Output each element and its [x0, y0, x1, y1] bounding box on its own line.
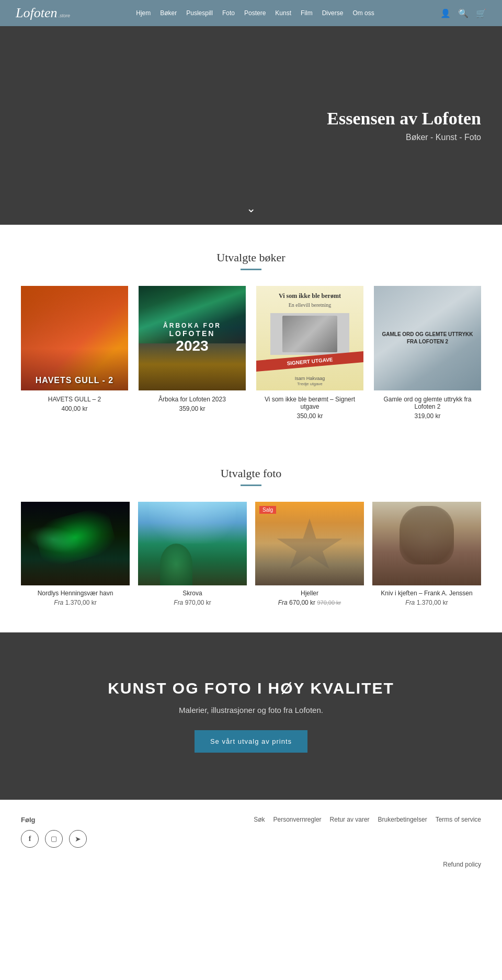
- photo-section: Utvalgte foto Nordlys Henningsvær havn F…: [0, 446, 502, 632]
- search-icon[interactable]: 🔍: [458, 8, 469, 18]
- hero-scroll-arrow[interactable]: ⌄: [246, 202, 256, 215]
- book-arboka-line1: ÅRBOKA FOR: [163, 322, 221, 329]
- photo-grid: Nordlys Henningsvær havn Fra 1.370,00 kr…: [21, 502, 481, 606]
- price-value-skrova: 970,00 kr: [185, 599, 211, 606]
- photo-img-skrova: [138, 502, 247, 585]
- logo-sup: .store: [58, 13, 70, 18]
- social-telegram-icon[interactable]: ➤: [69, 830, 87, 848]
- footer-top: Følg f ▢ ➤ Søk Personvernregler Retur av…: [21, 816, 481, 848]
- book-cover-havets: HAVETS GULL - 2: [21, 286, 128, 390]
- photo-name-kniv: Kniv i kjeﬅen – Frank A. Jenssen: [372, 590, 481, 597]
- book-name-gamle: Gamle ord og glemte uttrykk fra Lofoten …: [374, 396, 481, 410]
- books-grid: HAVETS GULL - 2 HAVETS GULL – 2 400,00 k…: [21, 286, 481, 420]
- book-cover-gamle: GAMLE ORD OG GLEMTE UTTRYKK FRA LOFOTEN …: [374, 286, 481, 390]
- visom-sub: En ellevill beretning: [289, 302, 332, 308]
- footer-link-sok[interactable]: Søk: [254, 816, 265, 823]
- hero-section: Essensen av Lofoten Bøker - Kunst - Foto…: [0, 26, 502, 225]
- price-value-kniv: 1.370,00 kr: [417, 599, 448, 606]
- photo-price-nordlys: Fra 1.370,00 kr: [21, 599, 130, 606]
- footer-social-icons: f ▢ ➤: [21, 830, 87, 848]
- footer-link-refund[interactable]: Refund policy: [443, 861, 481, 868]
- footer-bottom: Refund policy: [21, 856, 481, 869]
- site-header: Lofoten .store Hjem Bøker Puslespill Fot…: [0, 0, 502, 26]
- book-card-gamle[interactable]: GAMLE ORD OG GLEMTE UTTRYKK FRA LOFOTEN …: [374, 286, 481, 420]
- header-icons: 👤 🔍 🛒: [440, 8, 486, 18]
- hero-subtitle: Bøker - Kunst - Foto: [406, 133, 481, 142]
- book-name-visom: Vi som ikke ble berømt – Signert utgave: [256, 396, 363, 410]
- books-section-title: Utvalgte bøker: [21, 251, 481, 264]
- photo-img-nordlys: [21, 502, 130, 585]
- gamle-cover-title: GAMLE ORD OG GLEMTE UTTRYKK FRA LOFOTEN …: [379, 331, 476, 345]
- price-sale-hjeller: 670,00 kr: [289, 599, 315, 606]
- social-facebook-icon[interactable]: f: [21, 830, 39, 848]
- photo-name-nordlys: Nordlys Henningsvær havn: [21, 590, 130, 597]
- photo-card-kniv[interactable]: Kniv i kjeﬅen – Frank A. Jenssen Fra 1.3…: [372, 502, 481, 606]
- photo-price-kniv: Fra 1.370,00 kr: [372, 599, 481, 606]
- photo-price-hjeller: Fra 670,00 kr 970,00 kr: [255, 599, 364, 606]
- visom-title: Vi som ikke ble berømt: [279, 292, 341, 300]
- price-value-nordlys: 1.370,00 kr: [65, 599, 97, 606]
- photo-card-skrova[interactable]: Skrova Fra 970,00 kr: [138, 502, 247, 606]
- book-card-arboka[interactable]: ÅRBOKA FOR LOFOTEN 2023 Årboka for Lofot…: [139, 286, 246, 420]
- footer-follow-section: Følg f ▢ ➤: [21, 816, 87, 848]
- site-footer: Følg f ▢ ➤ Søk Personvernregler Retur av…: [0, 800, 502, 879]
- nav-diverse[interactable]: Diverse: [322, 9, 344, 17]
- book-name-arboka: Årboka for Lofoten 2023: [139, 396, 246, 403]
- book-cover-arboka: ÅRBOKA FOR LOFOTEN 2023: [139, 286, 246, 390]
- photo-img-hjeller: Salg: [255, 502, 364, 585]
- book-cover-visom: Vi som ikke ble berømt En ellevill beret…: [256, 286, 363, 390]
- book-price-visom: 350,00 kr: [256, 412, 363, 420]
- book-price-arboka: 359,00 kr: [139, 405, 246, 412]
- books-section-underline: [241, 269, 261, 270]
- book-arboka-line2: LOFOTEN: [163, 329, 221, 338]
- photo-price-skrova: Fra 970,00 kr: [138, 599, 247, 606]
- photo-name-hjeller: Hjeller: [255, 590, 364, 597]
- footer-follow-label: Følg: [21, 816, 87, 824]
- cta-section: KUNST OG FOTO I HØY KVALITET Malerier, i…: [0, 632, 502, 800]
- cta-button[interactable]: Se vårt utvalg av prints: [195, 730, 307, 753]
- photo-img-kniv: [372, 502, 481, 585]
- cta-description: Malerier, illustrasjoner og foto fra Lof…: [21, 706, 481, 714]
- cart-icon[interactable]: 🛒: [476, 8, 486, 18]
- footer-link-retur[interactable]: Retur av varer: [330, 816, 370, 823]
- nav-puslespill[interactable]: Puslespill: [186, 9, 213, 17]
- footer-link-terms[interactable]: Terms of service: [436, 816, 481, 823]
- nav-boker[interactable]: Bøker: [160, 9, 177, 17]
- book-price-gamle: 319,00 kr: [374, 412, 481, 420]
- photo-section-underline: [241, 485, 261, 486]
- social-instagram-icon[interactable]: ▢: [45, 830, 63, 848]
- nav-film[interactable]: Film: [301, 9, 313, 17]
- logo[interactable]: Lofoten .store: [16, 5, 70, 21]
- photo-card-nordlys[interactable]: Nordlys Henningsvær havn Fra 1.370,00 kr: [21, 502, 130, 606]
- price-original-hjeller: 970,00 kr: [317, 599, 341, 606]
- footer-links-section: Søk Personvernregler Retur av varer Bruk…: [254, 816, 481, 823]
- book-havets-title: HAVETS GULL - 2: [36, 376, 114, 385]
- main-nav: Hjem Bøker Puslespill Foto Postere Kunst…: [136, 9, 374, 17]
- visom-edition: Tredje utgave: [297, 382, 323, 386]
- nav-omoss[interactable]: Om oss: [352, 9, 374, 17]
- photo-name-skrova: Skrova: [138, 590, 247, 597]
- book-price-havets: 400,00 kr: [21, 405, 128, 412]
- footer-link-brukerbetingelser[interactable]: Brukerbetingelser: [378, 816, 427, 823]
- logo-text: Lofoten: [16, 5, 57, 21]
- nav-foto[interactable]: Foto: [222, 9, 235, 17]
- photo-section-title: Utvalgte foto: [21, 467, 481, 480]
- footer-link-personvern[interactable]: Personvernregler: [273, 816, 322, 823]
- photo-card-hjeller[interactable]: Salg Hjeller Fra 670,00 kr 970,00 kr: [255, 502, 364, 606]
- nav-hjem[interactable]: Hjem: [136, 9, 151, 17]
- sale-badge-hjeller: Salg: [259, 506, 276, 514]
- nav-postere[interactable]: Postere: [244, 9, 266, 17]
- cta-title: KUNST OG FOTO I HØY KVALITET: [21, 679, 481, 697]
- visom-author: Isam Hakvaag: [295, 376, 325, 381]
- nav-kunst[interactable]: Kunst: [275, 9, 291, 17]
- books-section: Utvalgte bøker HAVETS GULL - 2 HAVETS GU…: [0, 225, 502, 446]
- account-icon[interactable]: 👤: [440, 8, 451, 18]
- hero-title: Essensen av Lofoten: [327, 109, 481, 129]
- book-card-havets[interactable]: HAVETS GULL - 2 HAVETS GULL – 2 400,00 k…: [21, 286, 128, 420]
- book-name-havets: HAVETS GULL – 2: [21, 396, 128, 403]
- book-arboka-year: 2023: [163, 338, 221, 354]
- book-card-visom[interactable]: Vi som ikke ble berømt En ellevill beret…: [256, 286, 363, 420]
